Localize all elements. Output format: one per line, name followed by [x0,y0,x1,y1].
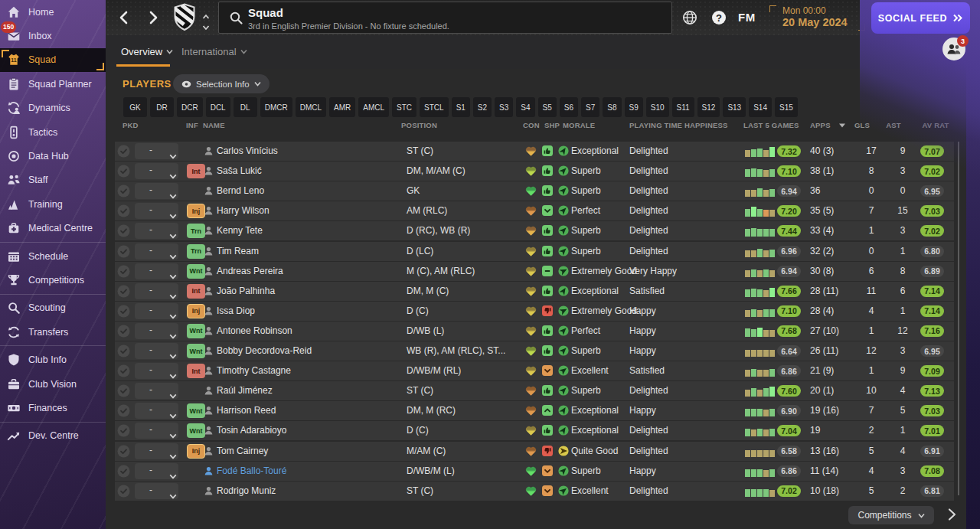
player-row-bernd-leno[interactable]: -Bernd LenoGKSuperbDelighted6.9436006.95 [115,181,954,201]
picked-check-icon[interactable] [117,305,130,318]
picked-check-icon[interactable] [117,145,130,158]
filter-s11[interactable]: S11 [672,97,694,117]
sidebar-item-dev-centre[interactable]: Dev. Centre [0,424,106,448]
row-controls[interactable]: - [135,223,178,239]
row-controls[interactable]: - [135,183,178,199]
row-controls[interactable]: - [135,163,178,179]
filter-stc[interactable]: STC [392,97,416,117]
player-name[interactable]: Tim Ream [217,242,259,261]
club-badge[interactable] [173,3,196,32]
player-row-bobby-decordova-reid[interactable]: -WntBobby Decordova-ReidWB (R), AM (RLC)… [115,341,954,361]
sidebar-item-club-vision[interactable]: Club Vision [0,372,106,396]
sidebar-item-home[interactable]: Home [0,0,106,24]
row-controls[interactable]: - [135,283,178,299]
player-row-timothy-castagne[interactable]: -IntTimothy CastagneD/WB/M (RL)Excellent… [115,361,954,380]
picked-check-icon[interactable] [117,424,130,437]
row-controls[interactable]: - [135,403,178,419]
player-row-jo-o-palhinha[interactable]: -IntJoão PalhinhaDM, M (C)ExceptionalSat… [115,282,954,301]
date-widget[interactable]: Mon 00:00 20 May 2024 [769,5,865,31]
filter-s8[interactable]: S8 [603,97,621,117]
row-chevron-icon[interactable] [169,289,177,302]
picked-check-icon[interactable] [117,404,130,417]
player-name[interactable]: Bernd Leno [217,181,264,201]
picked-check-icon[interactable] [117,204,130,217]
filter-s10[interactable]: S10 [646,97,669,117]
row-chevron-icon[interactable] [169,328,177,342]
player-name[interactable]: Carlos Vinícius [217,142,278,161]
player-row-rodrigo-muniz[interactable]: -Rodrigo MunizST (C)ExcellentDelighted7.… [115,482,954,501]
sidebar-item-finances[interactable]: Finances [0,396,106,420]
player-row-harry-wilson[interactable]: -InjHarry WilsonAM (RLC)PerfectDelighted… [115,201,954,220]
sidebar-item-scouting[interactable]: Scouting [0,296,106,320]
filter-amcl[interactable]: AMCL [358,97,389,117]
player-row-tosin-adarabioyo[interactable]: -WntTosin AdarabioyoD (C)ExceptionalDeli… [115,421,954,440]
row-chevron-icon[interactable] [169,428,177,442]
player-name[interactable]: Issa Diop [217,302,255,321]
column-header-playing-time-happiness[interactable]: PLAYING TIME HAPPINESS [629,121,728,129]
player-name[interactable]: Rodrigo Muniz [217,482,276,501]
filter-s9[interactable]: S9 [625,97,643,117]
filter-s2[interactable]: S2 [473,97,492,117]
player-name[interactable]: Tosin Adarabioyo [217,421,286,440]
column-header-name[interactable]: NAME [203,121,225,129]
row-controls[interactable]: - [135,443,178,459]
filter-gk[interactable]: GK [123,97,147,117]
picked-check-icon[interactable] [117,345,130,358]
row-chevron-icon[interactable] [169,488,177,502]
sidebar-item-transfers[interactable]: Transfers [0,320,106,344]
column-header-inf[interactable]: INF [186,121,198,129]
back-button[interactable] [118,10,130,25]
row-controls[interactable]: - [135,263,178,279]
filter-s14[interactable]: S14 [749,97,772,117]
picked-check-icon[interactable] [117,184,130,198]
row-chevron-icon[interactable] [169,408,177,422]
row-controls[interactable]: - [135,483,178,499]
player-name[interactable]: Raúl Jiménez [217,381,273,400]
filter-s4[interactable]: S4 [516,97,534,117]
picked-check-icon[interactable] [117,325,130,338]
player-name[interactable]: Kenny Tete [217,221,263,240]
picked-check-icon[interactable] [117,245,130,258]
social-feed-button[interactable]: SOCIAL FEED [871,2,970,34]
filter-s1[interactable]: S1 [452,97,470,117]
sidebar-item-training[interactable]: Training [0,192,106,216]
sidebar-item-dynamics[interactable]: Dynamics [0,96,106,120]
player-row-antonee-robinson[interactable]: -WntAntonee RobinsonD/WB (L)PerfectHappy… [115,322,954,341]
help-icon[interactable]: ? [710,9,727,26]
column-header-shp[interactable]: SHP [544,121,560,129]
competitions-dropdown[interactable]: Competitions [848,506,934,524]
sidebar-item-competitions[interactable]: Competitions [0,268,106,292]
player-name[interactable]: Timothy Castagne [217,361,291,380]
filter-s13[interactable]: S13 [723,97,746,117]
sidebar-item-schedule[interactable]: Schedule [0,244,106,268]
row-controls[interactable]: - [135,243,178,260]
row-controls[interactable]: - [135,463,178,479]
club-up-chevron[interactable] [202,9,210,15]
player-name[interactable]: Antonee Robinson [217,322,292,341]
player-name[interactable]: João Palhinha [217,282,275,301]
row-chevron-icon[interactable] [169,149,177,162]
row-chevron-icon[interactable] [169,469,177,482]
row-chevron-icon[interactable] [169,228,177,242]
sidebar-item-squad-planner[interactable]: Squad Planner [0,72,106,96]
tab-international[interactable]: International [181,46,247,57]
sidebar-item-medical-centre[interactable]: Medical Centre [0,217,106,240]
picked-check-icon[interactable] [117,364,130,377]
forward-button[interactable] [147,10,159,25]
sidebar-item-tactics[interactable]: Tactics [0,120,106,144]
world-icon[interactable] [681,9,698,26]
player-row-andreas-pereira[interactable]: -WntAndreas PereiraM (C), AM (RLC)Extrem… [115,262,954,281]
filter-dmcr[interactable]: DMCR [260,97,292,117]
row-controls[interactable]: - [135,143,178,159]
column-header-con[interactable]: CON [523,121,540,129]
row-chevron-icon[interactable] [169,208,177,222]
player-name[interactable]: Andreas Pereira [217,262,283,281]
player-name[interactable]: Bobby Decordova-Reid [217,341,312,361]
row-controls[interactable]: - [135,203,178,219]
player-row-tom-cairney[interactable]: -InjTom CairneyM/AM (C)Quite GoodDelight… [115,442,954,461]
picked-check-icon[interactable] [117,265,130,278]
column-header-morale[interactable]: MORALE [563,121,595,129]
table-scrollbar[interactable] [958,142,959,495]
sidebar-item-data-hub[interactable]: Data Hub [0,144,106,168]
filter-s3[interactable]: S3 [495,97,513,117]
